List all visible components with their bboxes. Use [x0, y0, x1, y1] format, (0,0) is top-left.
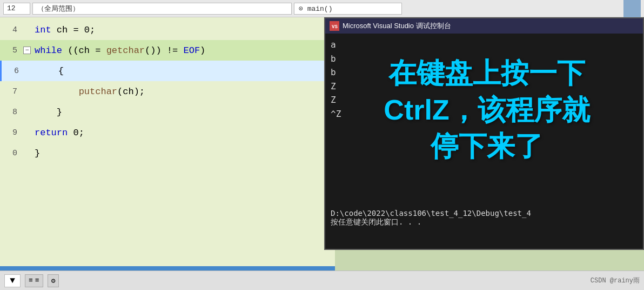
status-dropdown[interactable]: ▼	[4, 274, 21, 287]
console-body: abbZZ^Z 在键盘上按一下CtrlZ，该程序就停下来了 D:\code\20…	[325, 34, 643, 249]
editor-bottom-accent	[0, 266, 335, 271]
line-number-display: 12	[3, 3, 30, 15]
line-num-6: 6	[2, 67, 23, 76]
line-num-9: 9	[0, 128, 22, 137]
line-6-code: {	[34, 66, 64, 76]
line-5-indicator: −	[22, 47, 32, 54]
indent-icon2: ≡	[35, 276, 39, 285]
line-num-value: 12	[7, 4, 16, 12]
avatar	[623, 0, 641, 17]
vs-console-window: VS Microsoft Visual Studio 调试控制台 abbZZ^Z…	[324, 17, 644, 250]
line-num-4: 4	[0, 25, 22, 35]
code-editor: 4 int ch = 0; 5 − while ((ch = getchar()…	[0, 17, 335, 271]
table-row: 8 }	[0, 102, 335, 122]
table-row: 5 − while ((ch = getchar()) != EOF)	[0, 40, 335, 61]
line-5-code: while ((ch = getchar()) != EOF)	[32, 45, 205, 56]
main-area: 4 int ch = 0; 5 − while ((ch = getchar()…	[0, 17, 644, 271]
line-num-10: 0	[0, 149, 22, 158]
line-9-code: return 0;	[32, 128, 84, 138]
table-row: 4 int ch = 0;	[0, 19, 335, 40]
indent-btn[interactable]: ≡ ≡	[25, 274, 43, 287]
top-toolbar: 12 （全局范围） ⊙ main()	[0, 0, 644, 17]
scope-dropdown[interactable]: （全局范围）	[32, 3, 292, 15]
status-bar: ▼ ≡ ≡ ⚙ CSDN @rainy雨	[0, 271, 644, 290]
annotation-overlay: 在键盘上按一下CtrlZ，该程序就停下来了	[336, 55, 638, 165]
line-10-code: }	[32, 148, 40, 159]
table-row: 7 putchar(ch);	[0, 81, 335, 102]
vs-logo-icon: VS	[331, 22, 338, 30]
collapse-icon[interactable]: −	[23, 47, 31, 54]
table-row: 6 {	[0, 61, 335, 81]
console-title-bar: VS Microsoft Visual Studio 调试控制台	[325, 18, 643, 34]
csdn-credit: CSDN @rainy雨	[591, 276, 640, 285]
code-lines: 4 int ch = 0; 5 − while ((ch = getchar()…	[0, 17, 335, 163]
func-dropdown[interactable]: ⊙ main()	[294, 3, 402, 15]
format-btn[interactable]: ⚙	[48, 274, 59, 287]
func-label: ⊙ main()	[299, 4, 332, 13]
svg-text:VS: VS	[332, 24, 338, 30]
table-row: 9 return 0;	[0, 122, 335, 143]
line-7-code: putchar(ch);	[32, 87, 145, 97]
scope-label: （全局范围）	[37, 4, 79, 14]
line-num-7: 7	[0, 87, 22, 96]
line-num-8: 8	[0, 108, 22, 117]
console-path: D:\code\2022\class106\test_4_12\Debug\te…	[331, 209, 638, 217]
console-press-msg: 按任意键关闭此窗口. . .	[331, 217, 638, 227]
console-title-text: Microsoft Visual Studio 调试控制台	[343, 21, 451, 31]
line-num-5: 5	[0, 46, 22, 55]
vs-icon: VS	[330, 21, 339, 31]
format-icon: ⚙	[51, 276, 56, 285]
table-row: 0 }	[0, 143, 335, 163]
line-4-code: int ch = 0;	[32, 25, 95, 35]
line-8-code: }	[32, 107, 62, 117]
indent-icon: ≡	[29, 276, 33, 285]
